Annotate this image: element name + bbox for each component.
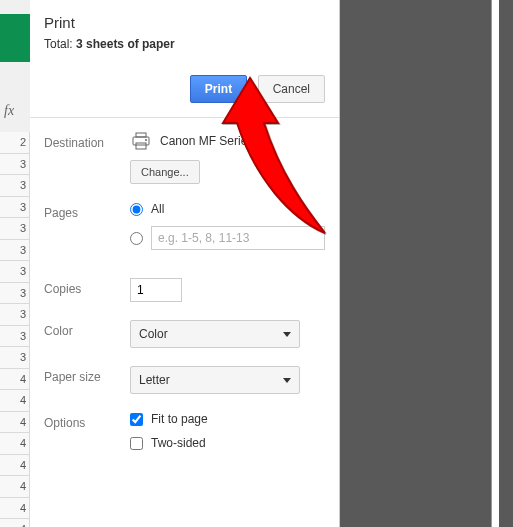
change-destination-button[interactable]: Change... bbox=[130, 160, 200, 184]
row-number: 3 bbox=[0, 347, 30, 369]
row-number: 4 bbox=[0, 390, 30, 412]
total-sheets: Total: 3 sheets of paper bbox=[44, 37, 325, 51]
row-numbers: 2333333333344444444 bbox=[0, 132, 30, 527]
options-label: Options bbox=[44, 412, 130, 430]
paper-size-label: Paper size bbox=[44, 366, 130, 384]
row-number: 3 bbox=[0, 175, 30, 197]
paper-size-select[interactable]: Letter bbox=[130, 366, 300, 394]
copies-label: Copies bbox=[44, 278, 130, 296]
row-number: 4 bbox=[0, 412, 30, 434]
svg-point-3 bbox=[145, 139, 147, 141]
row-number: 3 bbox=[0, 283, 30, 305]
row-number: 3 bbox=[0, 197, 30, 219]
cancel-button[interactable]: Cancel bbox=[258, 75, 325, 103]
chevron-down-icon bbox=[283, 332, 291, 337]
row-number: 4 bbox=[0, 433, 30, 455]
pages-range-input[interactable] bbox=[151, 226, 325, 250]
row-number: 3 bbox=[0, 304, 30, 326]
row-number: 3 bbox=[0, 218, 30, 240]
row-number: 3 bbox=[0, 261, 30, 283]
fit-to-page-label: Fit to page bbox=[151, 412, 208, 426]
pages-all-label: All bbox=[151, 202, 164, 216]
printer-name: Canon MF Series ... bbox=[160, 134, 267, 148]
printer-icon bbox=[130, 132, 152, 150]
row-number: 4 bbox=[0, 519, 30, 527]
row-number: 3 bbox=[0, 326, 30, 348]
row-number: 4 bbox=[0, 498, 30, 520]
print-button[interactable]: Print bbox=[190, 75, 247, 103]
svg-rect-2 bbox=[136, 143, 146, 149]
formula-bar-fx: fx bbox=[4, 103, 14, 119]
row-number: 3 bbox=[0, 154, 30, 176]
preview-page-edge bbox=[491, 0, 499, 527]
preview-background bbox=[340, 0, 513, 527]
pages-label: Pages bbox=[44, 202, 130, 220]
fit-to-page-checkbox[interactable] bbox=[130, 413, 143, 426]
color-select[interactable]: Color bbox=[130, 320, 300, 348]
destination-label: Destination bbox=[44, 132, 130, 150]
svg-rect-0 bbox=[136, 133, 146, 137]
row-number: 2 bbox=[0, 132, 30, 154]
two-sided-checkbox[interactable] bbox=[130, 437, 143, 450]
color-label: Color bbox=[44, 320, 130, 338]
copies-input[interactable] bbox=[130, 278, 182, 302]
pages-all-radio[interactable] bbox=[130, 203, 143, 216]
row-number: 4 bbox=[0, 369, 30, 391]
print-dialog: Print Total: 3 sheets of paper Print Can… bbox=[30, 0, 340, 527]
pages-range-radio[interactable] bbox=[130, 232, 143, 245]
row-number: 4 bbox=[0, 476, 30, 498]
row-number: 4 bbox=[0, 455, 30, 477]
dialog-title: Print bbox=[44, 14, 325, 31]
row-number: 3 bbox=[0, 240, 30, 262]
svg-rect-1 bbox=[133, 137, 149, 145]
spreadsheet-toolbar bbox=[0, 14, 30, 62]
two-sided-label: Two-sided bbox=[151, 436, 206, 450]
chevron-down-icon bbox=[283, 378, 291, 383]
